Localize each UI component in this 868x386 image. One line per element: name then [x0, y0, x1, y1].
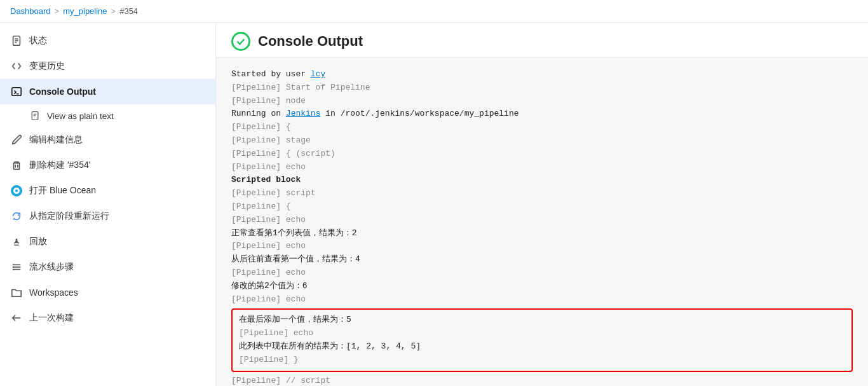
console-line-8: [Pipeline] echo	[231, 161, 853, 174]
console-line-4: Running on Jenkins in /root/.jenkins/wor…	[231, 107, 853, 121]
replay-icon	[10, 235, 23, 248]
console-line-13: 正常查看第1个列表值，结果为：2	[231, 227, 853, 240]
highlight-line-3: 此列表中现在所有的结果为：[1, 2, 3, 4, 5]	[239, 340, 845, 354]
console-line-10: [Pipeline] script	[231, 187, 853, 200]
terminal-icon	[10, 85, 23, 98]
sidebar-item-steps[interactable]: 流水线步骤	[0, 254, 215, 280]
svg-point-14	[15, 190, 18, 192]
highlight-line-4: [Pipeline] }	[239, 354, 845, 367]
console-line-16: [Pipeline] echo	[231, 266, 853, 280]
sidebar-item-plaintext[interactable]: View as plain text	[0, 104, 215, 127]
console-line-after: [Pipeline] // script	[231, 375, 853, 386]
console-line-15: 从后往前查看第一个值，结果为：4	[231, 253, 853, 266]
breadcrumb-sep-2: >	[111, 6, 116, 16]
console-line-3: [Pipeline] node	[231, 95, 853, 108]
console-output[interactable]: Started by user lcy [Pipeline] Start of …	[216, 58, 868, 386]
breadcrumb: Dashboard > my_pipeline > #354	[0, 0, 868, 23]
sidebar-item-changes-label: 变更历史	[29, 60, 65, 72]
content-header: Console Output	[216, 23, 868, 58]
svg-rect-9	[14, 163, 20, 169]
page-title: Console Output	[258, 33, 363, 50]
doc-icon	[29, 110, 41, 121]
sidebar-item-status[interactable]: 状态	[0, 28, 215, 53]
sidebar-item-workspaces-label: Workspaces	[29, 287, 78, 298]
sidebar-item-blueocean[interactable]: 打开 Blue Ocean	[0, 178, 215, 203]
svg-point-22	[13, 269, 15, 270]
sidebar-item-prev-build[interactable]: 上一次构建	[0, 305, 215, 331]
console-line-12: [Pipeline] echo	[231, 214, 853, 227]
console-line-18: [Pipeline] echo	[231, 293, 853, 307]
sidebar-item-plaintext-label: View as plain text	[47, 111, 114, 121]
edit-icon	[10, 134, 23, 146]
highlight-line-2: [Pipeline] echo	[239, 327, 845, 340]
user-link[interactable]: lcy	[311, 69, 325, 79]
breadcrumb-pipeline[interactable]: my_pipeline	[63, 6, 107, 16]
sidebar-item-replay[interactable]: 回放	[0, 229, 215, 254]
sidebar-item-blueocean-label: 打开 Blue Ocean	[29, 185, 96, 196]
console-line-17: 修改的第2个值为：6	[231, 280, 853, 293]
sidebar-item-steps-label: 流水线步骤	[29, 261, 74, 273]
sidebar-item-changes[interactable]: 变更历史	[0, 53, 215, 79]
jenkins-link[interactable]: Jenkins	[286, 109, 321, 118]
svg-rect-4	[12, 88, 21, 96]
breadcrumb-dashboard[interactable]: Dashboard	[10, 6, 51, 16]
console-line-7: [Pipeline] { (script)	[231, 148, 853, 161]
sidebar-item-restart[interactable]: 从指定阶段重新运行	[0, 203, 215, 229]
sidebar: 状态 变更历史 Console Output	[0, 23, 216, 386]
sidebar-item-edit-label: 编辑构建信息	[29, 134, 83, 146]
sidebar-item-status-label: 状态	[29, 35, 47, 46]
arrow-left-icon	[10, 312, 23, 324]
console-line-1: Started by user lcy	[231, 68, 853, 81]
sidebar-item-replay-label: 回放	[29, 236, 47, 247]
folder-icon	[10, 286, 23, 299]
steps-icon	[10, 261, 23, 273]
sidebar-item-prev-build-label: 上一次构建	[29, 312, 74, 324]
console-line-2: [Pipeline] Start of Pipeline	[231, 81, 853, 95]
sidebar-item-edit-build[interactable]: 编辑构建信息	[0, 127, 215, 153]
svg-point-20	[13, 265, 15, 266]
code-icon	[10, 60, 23, 72]
sidebar-item-workspaces[interactable]: Workspaces	[0, 280, 215, 305]
breadcrumb-sep-1: >	[55, 6, 60, 16]
highlight-line-1: 在最后添加一个值，结果为：5	[239, 314, 845, 327]
svg-point-21	[13, 266, 15, 268]
success-icon	[231, 32, 250, 51]
sidebar-item-console-label: Console Output	[29, 86, 96, 97]
console-line-11: [Pipeline] {	[231, 200, 853, 214]
sidebar-item-restart-label: 从指定阶段重新运行	[29, 210, 109, 222]
highlight-box: 在最后添加一个值，结果为：5 [Pipeline] echo 此列表中现在所有的…	[231, 308, 853, 371]
console-line-6: [Pipeline] stage	[231, 134, 853, 148]
sidebar-item-delete-build[interactable]: 删除构建 '#354'	[0, 153, 215, 178]
trash-icon	[10, 159, 23, 172]
blue-ocean-icon	[10, 184, 23, 197]
console-line-9: Scripted block	[231, 174, 853, 187]
refresh-icon	[10, 210, 23, 223]
file-icon	[10, 34, 23, 47]
content-area: Console Output Started by user lcy [Pipe…	[216, 23, 868, 386]
console-line-5: [Pipeline] {	[231, 121, 853, 134]
sidebar-item-delete-label: 删除构建 '#354'	[29, 160, 90, 171]
console-line-14: [Pipeline] echo	[231, 240, 853, 253]
breadcrumb-build: #354	[119, 6, 138, 16]
sidebar-item-console[interactable]: Console Output	[0, 79, 215, 104]
